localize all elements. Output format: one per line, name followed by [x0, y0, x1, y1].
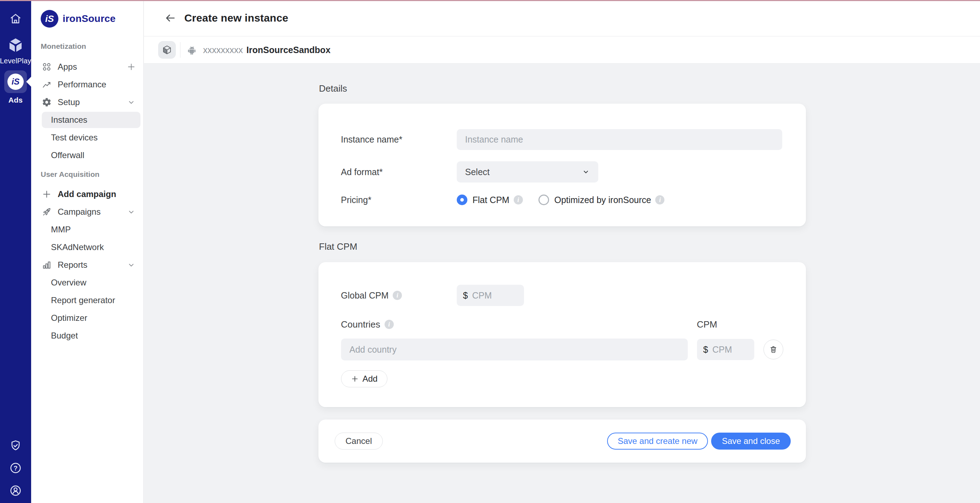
- sidebar-item-offerwall[interactable]: Offerwall: [31, 146, 143, 164]
- rail-item-label: LevelPlay: [0, 57, 31, 65]
- ad-format-select[interactable]: Select: [457, 161, 598, 183]
- sidebar-item-label: Add campaign: [58, 189, 116, 199]
- plus-icon: [351, 375, 359, 383]
- info-icon[interactable]: i: [385, 320, 394, 329]
- sidebar-item-report-generator[interactable]: Report generator: [31, 291, 143, 309]
- sidebar-item-label: Instances: [51, 115, 88, 125]
- brand-wordmark: ironSource: [63, 13, 116, 24]
- country-cpm-row: $: [341, 339, 783, 360]
- back-button[interactable]: [162, 10, 178, 26]
- instance-name-label: Instance name*: [341, 134, 457, 145]
- details-card: Instance name* Ad format* Select Pricing…: [318, 103, 806, 226]
- sidebar-item-apps[interactable]: Apps: [31, 58, 143, 76]
- ironsource-logo[interactable]: iS ironSource: [41, 10, 116, 28]
- is-logo-icon: iS: [41, 10, 58, 28]
- global-cpm-field: $: [457, 285, 524, 306]
- back-arrow-icon: [164, 12, 177, 24]
- sidebar-item-label: Setup: [58, 97, 80, 107]
- performance-chart-icon: [42, 80, 52, 89]
- countries-label: Countries i: [341, 319, 394, 330]
- section-header-monetization: Monetization: [31, 38, 143, 55]
- app-rail: LevelPlay iS Ads ?: [0, 0, 31, 503]
- pricing-option-flat-cpm[interactable]: Flat CPM i: [457, 194, 523, 205]
- pricing-radio-group: Flat CPM i Optimized by ironSource i: [457, 194, 665, 205]
- pricing-option-optimized[interactable]: Optimized by ironSource i: [538, 194, 665, 205]
- info-icon[interactable]: i: [514, 195, 523, 204]
- sidebar-item-label: Budget: [51, 331, 78, 341]
- add-country-button[interactable]: Add: [341, 370, 388, 387]
- sidebar-item-label: Performance: [58, 80, 106, 89]
- sidebar-item-label: Reports: [58, 260, 88, 270]
- unity-cube-icon: [7, 37, 24, 54]
- account-icon: [9, 484, 22, 497]
- cancel-button[interactable]: Cancel: [335, 433, 383, 450]
- sidebar-item-reports[interactable]: Reports: [31, 256, 143, 274]
- sidebar-item-label: Apps: [58, 62, 77, 72]
- rail-item-levelplay[interactable]: LevelPlay: [0, 37, 31, 65]
- sidebar-item-performance[interactable]: Performance: [31, 76, 143, 93]
- sidebar-item-add-campaign[interactable]: Add campaign: [31, 185, 143, 203]
- info-icon[interactable]: i: [655, 195, 664, 204]
- main-area: Create new instance xxxxxxxxx IronSource…: [144, 0, 980, 503]
- sidebar-item-setup[interactable]: Setup: [31, 93, 143, 111]
- sidebar-item-skadnetwork[interactable]: SKAdNetwork: [31, 239, 143, 256]
- ad-format-value: Select: [465, 167, 490, 177]
- global-cpm-input[interactable]: [472, 290, 517, 301]
- radio-selected-icon: [457, 194, 467, 205]
- sidebar-item-label: Test devices: [51, 133, 98, 143]
- info-icon[interactable]: i: [393, 291, 402, 300]
- sidebar-item-test-devices[interactable]: Test devices: [31, 129, 143, 146]
- app-id: xxxxxxxxx: [203, 45, 243, 55]
- bar-chart-icon: [42, 260, 52, 270]
- country-table-headers: Countries i CPM: [341, 319, 783, 330]
- gear-icon: [42, 97, 52, 107]
- delete-row-button[interactable]: [764, 339, 783, 360]
- save-and-close-button[interactable]: Save and close: [711, 433, 791, 450]
- country-cpm-input[interactable]: [712, 345, 748, 355]
- plus-icon: [42, 189, 52, 199]
- sidebar-item-optimizer[interactable]: Optimizer: [31, 309, 143, 327]
- window-top-edge: [0, 0, 980, 1]
- is-logo-icon: iS: [8, 73, 24, 90]
- home-button[interactable]: [8, 11, 23, 27]
- sidebar-item-label: Overview: [51, 278, 86, 288]
- flat-cpm-section-label: Flat CPM: [319, 241, 806, 252]
- content-area: Details Instance name* Ad format* Select: [144, 64, 980, 503]
- dollar-prefix: $: [463, 290, 468, 301]
- page-title: Create new instance: [185, 12, 288, 24]
- trash-icon: [769, 345, 778, 354]
- instance-name-input[interactable]: [457, 129, 782, 150]
- sidebar-item-campaigns[interactable]: Campaigns: [31, 203, 143, 221]
- rail-item-ads[interactable]: iS Ads: [0, 70, 31, 104]
- sidebar-item-label: Campaigns: [58, 207, 100, 217]
- chevron-down-icon: [127, 260, 136, 269]
- add-app-icon[interactable]: [127, 62, 136, 72]
- radio-unselected-icon: [538, 194, 549, 205]
- page-header: Create new instance: [144, 0, 980, 37]
- sidebar-item-mmp[interactable]: MMP: [31, 221, 143, 239]
- radio-label: Flat CPM: [473, 195, 509, 205]
- privacy-button[interactable]: [8, 438, 23, 454]
- sidebar-item-instances[interactable]: Instances: [42, 112, 140, 128]
- sidebar-item-overview[interactable]: Overview: [31, 274, 143, 291]
- details-section-label: Details: [319, 83, 806, 94]
- instance-name-row: Instance name*: [341, 129, 783, 150]
- account-button[interactable]: [8, 483, 23, 498]
- pricing-label: Pricing*: [341, 195, 457, 205]
- dollar-prefix: $: [703, 345, 708, 355]
- save-and-create-new-button[interactable]: Save and create new: [607, 433, 708, 450]
- flat-cpm-card: Global CPM i $ Countries i CPM: [318, 262, 806, 407]
- svg-text:?: ?: [13, 465, 18, 472]
- add-country-input[interactable]: [341, 339, 688, 360]
- help-button[interactable]: ?: [8, 460, 23, 476]
- cpm-column-label: CPM: [697, 319, 718, 330]
- rail-item-label: Ads: [8, 96, 23, 104]
- pricing-row: Pricing* Flat CPM i Optimized by ironSou…: [341, 194, 783, 205]
- divider: [180, 42, 180, 58]
- global-cpm-row: Global CPM i $: [341, 285, 783, 306]
- sidebar-item-budget[interactable]: Budget: [31, 327, 143, 345]
- global-cpm-label: Global CPM i: [341, 290, 457, 301]
- chevron-down-icon: [581, 167, 590, 177]
- radio-label: Optimized by ironSource: [554, 195, 651, 205]
- help-icon: ?: [9, 461, 22, 475]
